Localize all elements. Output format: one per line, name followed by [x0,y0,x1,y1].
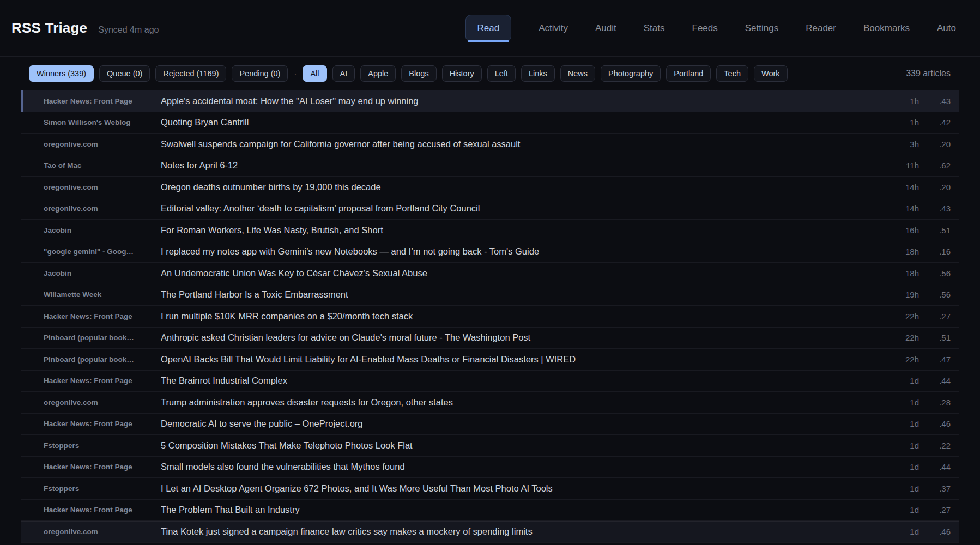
article-title: Quoting Bryan Cantrill [161,117,870,128]
article-row[interactable]: Fstoppers I Let an AI Desktop Agent Orga… [21,478,959,500]
article-row[interactable]: Simon Willison's Weblog Quoting Bryan Ca… [21,112,959,134]
article-source: "google gemini" - Goog… [44,247,161,256]
article-score: .43 [919,96,951,106]
nav-tab-settings[interactable]: Settings [745,23,778,34]
article-score: .27 [919,312,951,321]
tag-chip-photography[interactable]: Photography [601,65,661,82]
article-row[interactable]: "google gemini" - Goog… I replaced my no… [21,241,959,263]
article-title: An Undemocratic Union Was Key to César C… [161,268,870,278]
filter-separator: · [293,69,297,78]
article-score: .22 [919,441,951,450]
article-row[interactable]: Jacobin An Undemocratic Union Was Key to… [21,263,959,284]
article-row[interactable]: Jacobin For Roman Workers, Life Was Nast… [21,220,959,241]
tag-chip-apple[interactable]: Apple [360,65,396,82]
nav-tab-stats[interactable]: Stats [644,23,665,34]
article-title: Democratic AI to serve the public – OneP… [161,419,870,429]
article-row[interactable]: Hacker News: Front Page I run multiple $… [21,306,959,328]
article-time: 14h [870,204,919,213]
article-row[interactable]: Tao of Mac Notes for April 6-12 11h .62 [21,155,959,177]
article-time: 11h [870,161,919,170]
article-row[interactable]: Pinboard (popular book… OpenAI Backs Bil… [21,349,959,371]
article-list: Hacker News: Front Page Apple's accident… [21,90,959,543]
article-time: 1d [870,419,919,428]
article-title: I replaced my notes app with Gemini’s ne… [161,246,870,257]
article-source: Fstoppers [44,441,161,450]
article-source: oregonlive.com [44,183,161,191]
article-score: .56 [919,269,951,278]
article-score: .42 [919,118,951,127]
article-row[interactable]: Hacker News: Front Page The Problem That… [21,500,959,522]
article-score: .62 [919,161,951,170]
article-source: Pinboard (popular book… [44,334,161,342]
tag-chip-all[interactable]: All [303,65,326,82]
triage-chip-pending-0[interactable]: Pending (0) [232,65,288,82]
article-row[interactable]: oregonlive.com Editorial valley: Another… [21,198,959,220]
nav-tab-read[interactable]: Read [465,15,512,42]
triage-chip-rejected-1169[interactable]: Rejected (1169) [155,65,226,82]
article-row[interactable]: Fstoppers 5 Composition Mistakes That Ma… [21,435,959,457]
article-row[interactable]: Pinboard (popular book… Anthropic asked … [21,328,959,349]
article-row[interactable]: oregonlive.com Trump administration appr… [21,392,959,414]
triage-filter-group: Winners (339)Queue (0)Rejected (1169)Pen… [29,65,288,82]
tag-chip-left[interactable]: Left [487,65,516,82]
filter-toolbar: Winners (339)Queue (0)Rejected (1169)Pen… [0,57,980,90]
tag-chip-work[interactable]: Work [754,65,788,82]
article-source: oregonlive.com [44,398,161,407]
article-score: .46 [919,419,951,428]
triage-chip-queue-0[interactable]: Queue (0) [99,65,150,82]
article-row[interactable]: Hacker News: Front Page Small models als… [21,457,959,479]
tag-chip-ai[interactable]: AI [332,65,355,82]
article-score: .47 [919,355,951,364]
article-row[interactable]: Willamette Week The Portland Harbor Is a… [21,284,959,306]
article-source: oregonlive.com [44,140,161,148]
article-score: .44 [919,376,951,385]
article-source: Hacker News: Front Page [44,420,161,428]
article-time: 1d [870,505,919,514]
triage-chip-winners-339[interactable]: Winners (339) [29,65,94,82]
article-row[interactable]: Hacker News: Front Page The Brainrot Ind… [21,371,959,392]
article-row[interactable]: oregonlive.com Tina Kotek just signed a … [21,521,959,543]
nav-tab-reader[interactable]: Reader [806,23,836,34]
article-title: Notes for April 6-12 [161,160,870,171]
article-score: .56 [919,290,951,299]
article-title: Trump administration approves disaster r… [161,397,870,408]
nav-tab-activity[interactable]: Activity [539,23,568,34]
tag-chip-portland[interactable]: Portland [666,65,711,82]
article-title: Small models also found the vulnerabilit… [161,462,870,472]
main-nav: ReadActivityAuditStatsFeedsSettingsReade… [465,0,956,56]
article-title: The Portland Harbor Is a Toxic Embarrass… [161,289,870,300]
article-time: 22h [870,333,919,342]
article-count: 339 articles [906,69,951,78]
nav-tab-auto[interactable]: Auto [937,23,956,34]
article-source: Hacker News: Front Page [44,463,161,471]
article-score: .51 [919,333,951,342]
article-source: Hacker News: Front Page [44,506,161,514]
article-time: 14h [870,183,919,192]
article-source: Jacobin [44,226,161,234]
article-row[interactable]: oregonlive.com Swalwell suspends campaig… [21,134,959,155]
article-row[interactable]: Hacker News: Front Page Apple's accident… [21,90,959,112]
article-time: 1d [870,398,919,407]
article-time: 1d [870,527,919,536]
tag-filter-group: AllAIAppleBlogsHistoryLeftLinksNewsPhoto… [303,65,787,82]
tag-chip-links[interactable]: Links [521,65,555,82]
article-row[interactable]: Hacker News: Front Page Democratic AI to… [21,414,959,435]
tag-chip-news[interactable]: News [560,65,595,82]
article-source: oregonlive.com [44,204,161,213]
tag-chip-blogs[interactable]: Blogs [401,65,436,82]
nav-tab-feeds[interactable]: Feeds [692,23,718,34]
tag-chip-history[interactable]: History [442,65,482,82]
article-time: 1d [870,462,919,471]
selection-bar [21,90,23,112]
article-score: .27 [919,505,951,514]
article-row[interactable]: oregonlive.com Oregon deaths outnumber b… [21,177,959,198]
article-source: Simon Willison's Weblog [44,118,161,126]
article-time: 1d [870,441,919,450]
nav-tab-bookmarks[interactable]: Bookmarks [863,23,910,34]
article-score: .43 [919,204,951,213]
tag-chip-tech[interactable]: Tech [716,65,748,82]
article-time: 1h [870,118,919,127]
nav-tab-audit[interactable]: Audit [595,23,616,34]
article-title: OpenAI Backs Bill That Would Limit Liabi… [161,354,870,365]
article-time: 3h [870,140,919,149]
